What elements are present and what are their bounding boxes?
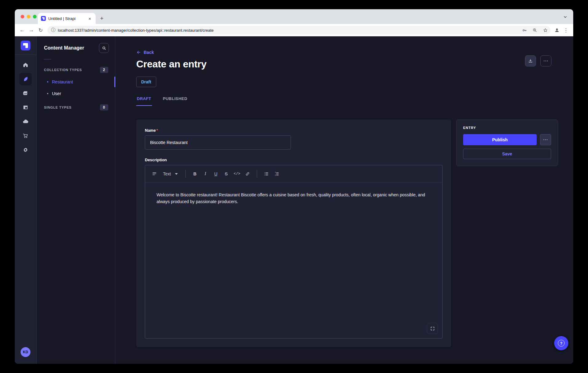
- code-button[interactable]: </>: [232, 169, 242, 179]
- browser-forward-button[interactable]: →: [27, 26, 36, 34]
- settings-gear-icon[interactable]: [19, 144, 32, 156]
- strikethrough-button[interactable]: S: [221, 169, 231, 179]
- address-bar[interactable]: ⓘ localhost:1337/admin/content-manager/c…: [47, 26, 550, 34]
- entry-panel: ENTRY Publish ⋯ Save: [456, 119, 558, 166]
- publish-button[interactable]: Publish: [463, 134, 537, 145]
- url-text: localhost:1337/admin/content-manager/col…: [58, 28, 518, 33]
- underline-glyph: U: [214, 171, 217, 176]
- sidebar-item-restaurant[interactable]: Restaurant: [37, 76, 115, 88]
- name-input[interactable]: [145, 135, 291, 150]
- entry-form-card: Name* Description: [136, 119, 451, 347]
- browser-tab[interactable]: Untitled | Strapi ×: [38, 13, 96, 24]
- single-types-count-badge: 0: [100, 104, 108, 110]
- align-icon[interactable]: [149, 169, 159, 179]
- status-badge: Draft: [136, 77, 156, 87]
- expand-icon[interactable]: [427, 323, 438, 334]
- browser-window: Untitled | Strapi × + ← → ↻ ⓘ localhost:…: [15, 9, 573, 364]
- header-more-button[interactable]: ⋯: [540, 55, 551, 66]
- search-button[interactable]: [99, 43, 109, 53]
- window-controls: [21, 15, 37, 18]
- italic-button[interactable]: I: [201, 169, 210, 179]
- chevron-down-icon: [175, 173, 178, 175]
- collection-types-label: COLLECTION TYPES: [44, 68, 82, 72]
- sidebar-divider: [44, 59, 51, 59]
- sidebar-title: Content Manager: [44, 45, 84, 51]
- tab-published[interactable]: PUBLISHED: [162, 94, 188, 106]
- rail-divider: [15, 54, 36, 55]
- tab-draft[interactable]: DRAFT: [136, 94, 152, 106]
- browser-back-button[interactable]: ←: [18, 26, 26, 34]
- bullet-icon: [47, 93, 48, 94]
- name-field-label: Name*: [145, 128, 443, 133]
- marketplace-cart-icon[interactable]: [19, 130, 32, 142]
- sidebar-item-label: Restaurant: [52, 79, 73, 84]
- question-icon: ?: [558, 340, 565, 347]
- content-type-builder-icon[interactable]: [19, 101, 32, 114]
- sidebar-item-user[interactable]: User: [37, 88, 115, 99]
- page-title: Create an entry: [136, 58, 573, 70]
- tab-search-chevron-icon[interactable]: [561, 13, 570, 21]
- required-marker: *: [156, 128, 158, 133]
- bulleted-list-icon[interactable]: [261, 169, 271, 179]
- numbered-list-icon[interactable]: 1 2: [272, 169, 282, 179]
- main-content: Back Create an entry ⋯ Draft DRAFT PUBLI…: [115, 36, 573, 364]
- toolbar-separator: [257, 170, 257, 178]
- close-window-button[interactable]: [21, 15, 24, 18]
- underline-button[interactable]: U: [211, 169, 221, 179]
- toolbar-separator: [185, 170, 186, 178]
- minimize-window-button[interactable]: [27, 15, 30, 18]
- back-link[interactable]: Back: [136, 50, 154, 55]
- entry-more-button[interactable]: ⋯: [540, 134, 551, 145]
- zoom-icon[interactable]: [531, 26, 539, 34]
- name-label-text: Name: [145, 128, 156, 133]
- content-manager-sidebar: Content Manager COLLECTION TYPES 2 Resta…: [37, 36, 115, 364]
- cloud-deploy-icon[interactable]: [19, 115, 32, 128]
- bookmark-star-icon[interactable]: [541, 26, 549, 34]
- browser-toolbar: ← → ↻ ⓘ localhost:1337/admin/content-man…: [15, 24, 573, 36]
- entry-panel-title: ENTRY: [463, 126, 551, 130]
- user-avatar[interactable]: KD: [21, 347, 30, 357]
- sidebar-item-label: User: [52, 91, 61, 96]
- export-download-button[interactable]: [525, 55, 536, 66]
- help-button[interactable]: ?: [554, 336, 568, 350]
- back-label: Back: [144, 50, 154, 55]
- bold-button[interactable]: B: [190, 169, 200, 179]
- tab-title: Untitled | Strapi: [48, 16, 85, 21]
- collection-types-header: COLLECTION TYPES 2: [37, 64, 115, 76]
- main-nav-rail: KD: [15, 36, 37, 364]
- back-arrow-icon: [136, 50, 141, 55]
- single-types-label: SINGLE TYPES: [44, 106, 72, 109]
- content-manager-feather-icon[interactable]: [19, 73, 32, 85]
- strapi-logo-icon[interactable]: [21, 41, 30, 50]
- new-tab-button[interactable]: +: [97, 14, 106, 23]
- maximize-window-button[interactable]: [33, 15, 37, 18]
- save-button[interactable]: Save: [463, 149, 551, 159]
- description-editor-content[interactable]: Welcome to Biscotte restaurant! Restaura…: [145, 182, 442, 338]
- description-field-label: Description: [145, 158, 443, 162]
- browser-tab-strip: Untitled | Strapi × +: [15, 9, 573, 24]
- close-tab-icon[interactable]: ×: [87, 16, 93, 21]
- single-types-header: SINGLE TYPES 0: [37, 101, 115, 114]
- browser-menu-icon[interactable]: ⋮: [562, 26, 570, 34]
- header-actions: ⋯: [525, 55, 551, 66]
- strapi-app: KD Content Manager COLLECTION TYPES 2 Re…: [15, 36, 573, 364]
- bullet-icon: [47, 81, 48, 82]
- strapi-favicon-icon: [41, 16, 46, 21]
- password-key-icon[interactable]: [520, 26, 528, 34]
- home-icon[interactable]: [19, 59, 32, 71]
- site-info-icon[interactable]: ⓘ: [51, 27, 55, 33]
- strikethrough-glyph: S: [225, 171, 228, 176]
- media-library-icon[interactable]: [19, 87, 32, 99]
- draft-published-tabs: DRAFT PUBLISHED: [136, 94, 573, 106]
- browser-profile-icon[interactable]: [553, 26, 561, 34]
- editor-toolbar: Text B I U S </>: [145, 165, 442, 182]
- block-type-select[interactable]: Text: [160, 169, 181, 179]
- browser-reload-button[interactable]: ↻: [36, 26, 45, 34]
- block-type-value: Text: [163, 171, 171, 176]
- collection-types-count-badge: 2: [100, 67, 108, 73]
- svg-text:1: 1: [275, 171, 276, 173]
- rich-text-editor: Text B I U S </>: [145, 165, 443, 339]
- link-icon[interactable]: [243, 169, 252, 179]
- svg-text:2: 2: [275, 174, 276, 176]
